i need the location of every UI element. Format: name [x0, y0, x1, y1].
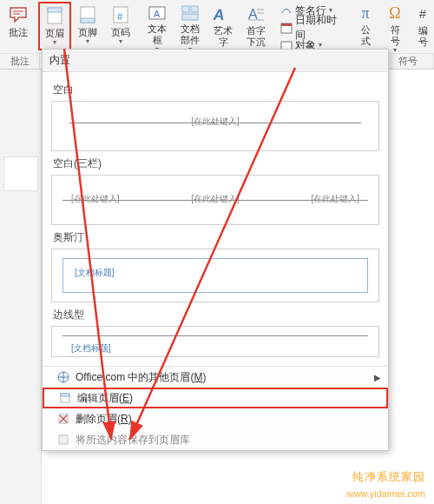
- chevron-down-icon: ▾: [53, 39, 56, 46]
- chevron-down-icon: ▾: [86, 38, 89, 45]
- template-sideline[interactable]: [文档标题]: [51, 326, 379, 357]
- svg-rect-10: [182, 14, 198, 20]
- equation-button[interactable]: π 公式 ▾: [351, 2, 380, 50]
- dropdown-footer: Office.com 中的其他页眉(M) ▶ 编辑页眉(E) 删除页眉(R) 将…: [43, 366, 388, 450]
- save-gallery-icon: [56, 433, 70, 447]
- menu-remove-header[interactable]: 删除页眉(R): [43, 408, 388, 429]
- watermark-text: 纯净系统家园: [352, 469, 425, 485]
- svg-rect-20: [59, 435, 68, 444]
- svg-text:A: A: [154, 9, 161, 19]
- menu-text: 将所选内容保存到页眉库: [76, 433, 190, 448]
- comment-button[interactable]: 批注: [2, 2, 35, 50]
- dropdown-template-list: 空白 [在此处键入] 空白(三栏) [在此处键入] [在此处键入] [在此处键入…: [43, 72, 388, 366]
- svg-text:#: #: [117, 11, 123, 22]
- dropdown-builtin-heading: 内置: [43, 50, 388, 72]
- menu-text: 编辑页眉(E): [77, 391, 133, 406]
- submenu-arrow-icon: ▶: [374, 373, 381, 382]
- number-label: 编号: [416, 25, 430, 48]
- wordart-icon: A: [213, 4, 233, 23]
- template-title-blank3: 空白(三栏): [53, 156, 379, 171]
- chevron-down-icon: ▾: [119, 38, 122, 45]
- textbox-icon: A: [147, 4, 168, 22]
- datetime-icon: [280, 22, 293, 34]
- template-austin[interactable]: [文档标题]: [51, 249, 379, 302]
- template-placeholder: [在此处键入]: [71, 193, 120, 205]
- footer-button[interactable]: 页脚 ▾: [71, 2, 104, 50]
- template-placeholder: [在此处键入]: [191, 193, 240, 205]
- svg-rect-18: [61, 394, 69, 396]
- textbox-button[interactable]: A 文本框 ▾: [141, 2, 174, 50]
- svg-text:A: A: [214, 6, 227, 23]
- template-title-blank: 空白: [53, 83, 379, 97]
- edit-header-icon: [58, 391, 72, 405]
- svg-rect-1: [48, 8, 62, 12]
- template-placeholder: [文档标题]: [71, 342, 111, 355]
- template-title-sideline: 边线型: [53, 308, 379, 322]
- equation-label: 公式: [357, 24, 374, 47]
- pagenumber-icon: #: [110, 4, 131, 25]
- header-dropdown: 内置 空白 [在此处键入] 空白(三栏) [在此处键入] [在此处键入] [在此…: [42, 49, 389, 451]
- template-placeholder: [在此处键入]: [311, 193, 359, 205]
- template-title-austin: 奥斯汀: [53, 230, 379, 245]
- ribbon: 批注 页眉 ▾ 页脚 ▾ # 页码 ▾ A 文本框 ▾ 文档部件 ▾: [0, 0, 434, 54]
- template-blank-3col[interactable]: [在此处键入] [在此处键入] [在此处键入]: [51, 175, 379, 225]
- svg-rect-9: [191, 6, 198, 12]
- dropcap-label: 首字下沉: [246, 25, 266, 48]
- svg-text:A: A: [248, 7, 258, 22]
- remove-header-icon: [56, 412, 70, 426]
- globe-icon: [56, 370, 70, 384]
- group-label: 批注: [0, 54, 40, 69]
- svg-rect-8: [182, 6, 189, 12]
- equation-icon: π: [355, 4, 376, 23]
- menu-edit-header[interactable]: 编辑页眉(E): [43, 388, 388, 408]
- footer-icon: [77, 4, 98, 25]
- template-placeholder: [文档标题]: [75, 267, 115, 279]
- chevron-down-icon: ▾: [319, 42, 322, 49]
- chevron-down-icon: ▾: [393, 47, 397, 54]
- header-button[interactable]: 页眉 ▾: [38, 2, 71, 50]
- template-blank[interactable]: [在此处键入]: [51, 101, 379, 151]
- page-corner: [3, 156, 38, 191]
- menu-save-to-gallery: 将所选内容保存到页眉库: [43, 429, 388, 450]
- text-extra-col: 签名行▾ 日期和时间 对象▾: [273, 2, 347, 50]
- svg-rect-3: [81, 18, 95, 23]
- template-placeholder: [在此处键入]: [191, 116, 240, 128]
- pagenumber-button[interactable]: # 页码 ▾: [104, 2, 137, 50]
- watermark-url: www.yidaimei.com: [347, 488, 425, 499]
- number-icon: #: [412, 4, 433, 23]
- dropcap-icon: A: [246, 4, 266, 23]
- svg-rect-14: [281, 23, 292, 26]
- menu-text: 删除页眉(R): [76, 412, 132, 427]
- doc-background: [0, 70, 42, 504]
- docpart-button[interactable]: 文档部件 ▾: [174, 2, 207, 50]
- symbol-label: 符号: [386, 24, 404, 47]
- comment-label: 批注: [9, 27, 28, 38]
- docpart-label: 文档部件: [180, 23, 201, 46]
- menu-office-more[interactable]: Office.com 中的其他页眉(M) ▶: [43, 367, 388, 388]
- datetime-button[interactable]: 日期和时间: [276, 19, 344, 36]
- signature-icon: [280, 4, 293, 17]
- symbol-button[interactable]: Ω 符号 ▾: [380, 2, 410, 50]
- header-icon: [44, 5, 65, 26]
- symbol-icon: Ω: [385, 4, 405, 23]
- wordart-label: 艺术字: [213, 25, 233, 48]
- textbox-label: 文本框: [147, 23, 168, 46]
- dropcap-button[interactable]: A 首字下沉 ▾: [240, 2, 273, 50]
- menu-text: Office.com 中的其他页眉(M): [76, 370, 206, 385]
- wordart-button[interactable]: A 艺术字 ▾: [207, 2, 240, 50]
- comment-icon: [8, 4, 29, 25]
- docpart-icon: [180, 4, 201, 22]
- number-button[interactable]: # 编号: [410, 2, 434, 50]
- group-label: 符号: [382, 54, 434, 69]
